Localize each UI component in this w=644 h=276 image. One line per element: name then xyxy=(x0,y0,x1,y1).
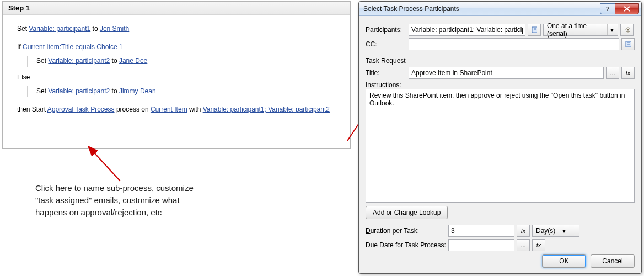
to-keyword: to xyxy=(93,25,98,33)
else-branch: Set Variable: participant2 to Jimmy Dean xyxy=(27,86,336,97)
label-task-request: Task Request xyxy=(366,57,635,65)
action-start-approval[interactable]: then Start Approval Task Process process… xyxy=(17,104,336,115)
cancel-button[interactable]: Cancel xyxy=(591,254,635,268)
chevron-down-icon: ▾ xyxy=(607,24,616,35)
label-title: Title: xyxy=(366,69,409,77)
link-user-jimmy[interactable]: Jimmy Dean xyxy=(119,87,156,95)
else-keyword-row[interactable]: Else xyxy=(17,72,336,83)
annotation-text: Click here to name sub-process, customiz… xyxy=(35,182,223,218)
chevron-down-icon: ▾ xyxy=(559,225,568,236)
instructions-textarea[interactable]: Review this SharePoint item, then approv… xyxy=(366,89,635,203)
link-approval-process[interactable]: Approval Task Process xyxy=(47,105,115,113)
link-user-jon[interactable]: Jon Smith xyxy=(100,25,129,33)
duration-input[interactable] xyxy=(448,225,514,237)
link-value-choice1[interactable]: Choice 1 xyxy=(96,43,122,51)
duration-unit-value: Day(s) xyxy=(536,227,555,235)
participant-order-dropdown[interactable]: One at a time (serial) ▾ xyxy=(543,24,618,36)
then-start-text: then Start xyxy=(17,105,46,113)
annotation-line-1: Click here to name sub-process, customiz… xyxy=(35,182,223,194)
row-due-date: Due Date for Task Process: ... fx xyxy=(366,239,635,251)
annotation-line-3: happens on approval/rejection, etc xyxy=(35,206,223,219)
link-current-item[interactable]: Current Item xyxy=(151,105,187,113)
label-cc: CC: xyxy=(366,40,409,48)
link-var-p2-a[interactable]: Variable: participant2 xyxy=(48,57,110,65)
link-field-title[interactable]: Current Item:Title xyxy=(23,43,73,51)
cc-input[interactable] xyxy=(409,38,619,50)
title-input[interactable] xyxy=(409,67,604,79)
process-on-text: process on xyxy=(116,105,149,113)
label-instructions: Instructions: xyxy=(366,81,635,89)
set-keyword: Set xyxy=(36,87,46,95)
ok-button[interactable]: OK xyxy=(542,254,586,268)
dialog-titlebar[interactable]: Select Task Process Participants ? xyxy=(359,2,641,16)
row-title: Title: ... fx xyxy=(366,67,635,79)
due-date-ellipsis-button[interactable]: ... xyxy=(517,239,530,251)
step-body: Set Variable: participant1 to Jon Smith … xyxy=(3,15,350,125)
link-user-jane[interactable]: Jane Doe xyxy=(119,57,147,65)
address-book-button[interactable] xyxy=(528,24,541,36)
arrow-to-approval-link xyxy=(88,146,120,181)
label-due-date: Due Date for Task Process: xyxy=(366,241,448,249)
action-set-p2-jane[interactable]: Set Variable: participant2 to Jane Doe xyxy=(36,56,336,66)
address-book-icon xyxy=(625,40,631,48)
row-duration: Duration per Task: fx Day(s) ▾ xyxy=(366,225,635,237)
row-cc: CC: xyxy=(366,38,635,50)
add-or-change-lookup-button[interactable]: Add or Change Lookup xyxy=(366,206,448,219)
participant-order-value: One at a time (serial) xyxy=(547,22,604,38)
to-keyword: to xyxy=(112,87,117,95)
participants-input[interactable] xyxy=(409,24,525,36)
label-participants: Participants: xyxy=(366,26,409,34)
cc-address-book-button[interactable] xyxy=(621,38,635,50)
with-text: with xyxy=(189,105,201,113)
step-title: Step 1 xyxy=(3,2,350,15)
if-keyword: If xyxy=(17,43,21,51)
row-participants: Participants: One at a time (serial) ▾ xyxy=(366,24,635,36)
close-icon xyxy=(624,6,630,12)
duration-unit-dropdown[interactable]: Day(s) ▾ xyxy=(532,225,579,237)
link-participants-combo[interactable]: Variable: participant1; Variable: partic… xyxy=(203,105,330,113)
due-date-input[interactable] xyxy=(448,239,514,251)
gear-icon xyxy=(624,26,630,34)
to-keyword: to xyxy=(112,57,117,65)
dialog-title: Select Task Process Participants xyxy=(363,5,600,13)
dialog-select-task-participants: Select Task Process Participants ? Parti… xyxy=(358,1,642,274)
set-keyword: Set xyxy=(36,57,46,65)
title-ellipsis-button[interactable]: ... xyxy=(606,67,619,79)
address-book-icon xyxy=(532,26,537,34)
condition-if[interactable]: If Current Item:Title equals Choice 1 xyxy=(17,42,336,52)
help-button[interactable]: ? xyxy=(600,3,615,14)
link-operator-equals[interactable]: equals xyxy=(76,43,95,51)
annotation-line-2: "task assigned" emails, customize what xyxy=(35,194,223,206)
row-add-lookup: Add or Change Lookup xyxy=(366,206,635,219)
participants-options-button[interactable] xyxy=(620,24,634,36)
if-branch: Set Variable: participant2 to Jane Doe xyxy=(27,56,336,66)
close-button[interactable] xyxy=(615,3,639,14)
due-date-fx-button[interactable]: fx xyxy=(532,239,545,251)
workflow-step-panel: Step 1 Set Variable: participant1 to Jon… xyxy=(2,1,351,149)
set-keyword: Set xyxy=(17,25,27,33)
title-fx-button[interactable]: fx xyxy=(621,67,635,79)
window-buttons: ? xyxy=(600,3,639,14)
link-var-p1[interactable]: Variable: participant1 xyxy=(29,25,90,33)
instructions-text: Review this SharePoint item, then approv… xyxy=(369,92,625,107)
duration-fx-button[interactable]: fx xyxy=(517,225,530,237)
label-duration: Duration per Task: xyxy=(366,227,448,235)
action-set-p2-jimmy[interactable]: Set Variable: participant2 to Jimmy Dean xyxy=(36,86,336,97)
else-keyword: Else xyxy=(17,73,30,81)
dialog-footer: OK Cancel xyxy=(542,254,635,268)
svg-point-4 xyxy=(627,29,629,31)
action-set-p1[interactable]: Set Variable: participant1 to Jon Smith xyxy=(17,24,336,34)
link-var-p2-b[interactable]: Variable: participant2 xyxy=(48,87,110,95)
dialog-body: Participants: One at a time (serial) ▾ C… xyxy=(359,16,641,273)
